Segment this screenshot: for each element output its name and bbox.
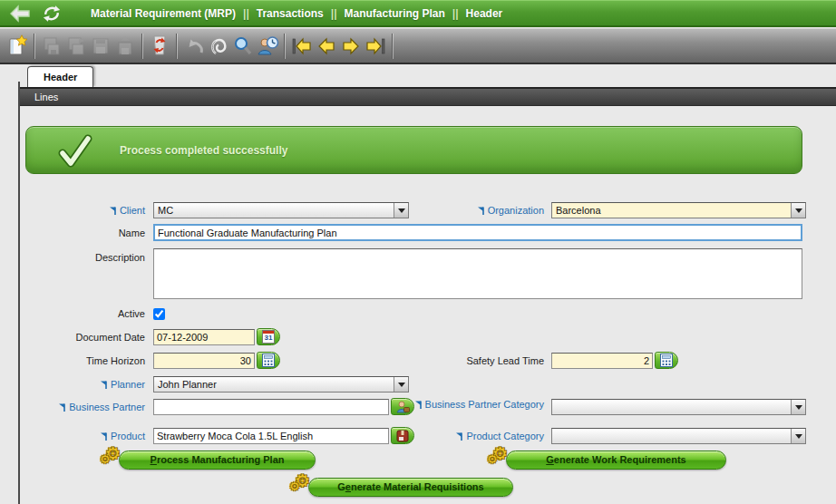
calendar-icon[interactable]: 31	[257, 328, 280, 345]
save-and-new-icon	[39, 34, 63, 59]
active-checkbox[interactable]	[153, 308, 165, 320]
product-category-label[interactable]: Product Category	[392, 428, 544, 444]
generate-work-requirements-button[interactable]: ⚙⚙ Generate Work Requirements	[506, 451, 726, 470]
active-label: Active	[18, 305, 145, 322]
link-icon	[415, 400, 423, 412]
document-date-label: Document Date	[18, 329, 145, 345]
previous-record-icon[interactable]	[314, 34, 338, 59]
link-icon	[101, 429, 108, 445]
save-and-next-icon	[63, 34, 88, 59]
time-horizon-label: Time Horizon	[18, 353, 145, 369]
client-select[interactable]: MC	[153, 202, 409, 218]
refresh-icon[interactable]	[40, 3, 63, 24]
product-label-text: Product	[111, 431, 145, 441]
next-record-icon[interactable]	[338, 34, 363, 59]
organization-value: Barcelona	[552, 203, 791, 218]
toolbar-separator	[284, 34, 285, 59]
toolbar-separator	[141, 34, 142, 59]
link-icon	[478, 203, 485, 219]
product-category-select[interactable]	[551, 428, 806, 444]
product-input[interactable]	[153, 428, 389, 444]
back-icon[interactable]	[8, 3, 32, 24]
undo-icon	[181, 34, 206, 59]
tab-header-label: Header	[44, 72, 77, 82]
organization-select[interactable]: Barcelona	[551, 202, 806, 218]
calculator-icon[interactable]	[655, 352, 678, 369]
chevron-down-icon[interactable]	[791, 429, 805, 443]
planner-value: John Planner	[154, 377, 394, 392]
name-input[interactable]	[153, 224, 802, 241]
document-date-input[interactable]	[153, 329, 255, 345]
tab-header[interactable]: Header	[27, 66, 93, 87]
business-partner-category-label[interactable]: Business Partner Category	[392, 399, 544, 411]
success-message-box: Process completed successfully	[25, 126, 802, 174]
attachment-icon[interactable]	[206, 34, 230, 59]
breadcrumb-window: Material Requirement (MRP)	[91, 7, 236, 20]
generate-material-requisitions-button[interactable]: ⚙⚙ Generate Material Requisitions	[308, 478, 513, 497]
new-record-icon[interactable]	[5, 34, 29, 59]
planner-label-text: Planner	[111, 379, 145, 390]
chevron-down-icon[interactable]	[791, 400, 805, 414]
process-manufacturing-plan-button[interactable]: ⚙⚙ Process Manufacturing Plan	[119, 451, 316, 470]
link-icon	[59, 400, 66, 416]
description-label: Description	[18, 249, 145, 266]
mrp-manufacturing-plan-page: Material Requirement (MRP) || Transactio…	[0, 0, 836, 504]
breadcrumb-module: Transactions	[257, 7, 324, 20]
planner-select[interactable]: John Planner	[153, 376, 409, 393]
name-label: Name	[18, 225, 145, 241]
breadcrumb: Material Requirement (MRP) || Transactio…	[91, 7, 502, 20]
calendar-day-label: 31	[262, 330, 275, 344]
last-record-icon[interactable]	[363, 34, 387, 59]
client-value: MC	[154, 203, 394, 218]
business-partner-category-label-text: Business Partner Category	[425, 399, 544, 410]
checkmark-icon	[55, 133, 95, 171]
save-and-close-icon	[112, 34, 137, 59]
safety-lead-time-label: Safety Lead Time	[392, 353, 544, 369]
tab-lines-label: Lines	[34, 92, 58, 102]
description-textarea[interactable]	[153, 248, 802, 299]
gears-icon: ⚙⚙	[492, 445, 508, 462]
product-category-value	[552, 429, 791, 443]
client-label-text: Client	[120, 205, 145, 216]
audit-trail-icon[interactable]	[255, 34, 279, 59]
breadcrumb-separator: ||	[331, 7, 337, 20]
toolbar-separator	[176, 34, 177, 59]
toolbar-separator	[392, 34, 393, 59]
link-icon	[110, 203, 117, 219]
product-category-label-text: Product Category	[466, 431, 544, 441]
business-partner-category-value	[552, 400, 791, 414]
link-icon	[101, 377, 108, 393]
gears-icon: ⚙⚙	[295, 472, 310, 489]
time-horizon-input[interactable]	[153, 353, 255, 369]
breadcrumb-menu: Manufacturing Plan	[345, 7, 445, 20]
delete-icon[interactable]	[147, 34, 171, 59]
breadcrumb-separator: ||	[243, 7, 249, 20]
business-partner-label-text: Business Partner	[69, 402, 145, 412]
calculator-icon[interactable]	[257, 352, 280, 369]
gears-icon: ⚙⚙	[105, 445, 121, 462]
toolbar-separator	[34, 34, 34, 59]
titlebar: Material Requirement (MRP) || Transactio…	[0, 0, 836, 27]
save-icon	[88, 34, 112, 59]
link-icon	[456, 429, 463, 445]
tab-lines[interactable]: Lines	[20, 87, 836, 106]
success-message-text: Process completed successfully	[120, 144, 287, 157]
chevron-down-icon[interactable]	[791, 203, 805, 218]
organization-label[interactable]: Organization	[392, 202, 544, 218]
client-label[interactable]: Client	[18, 202, 145, 218]
business-partner-category-select[interactable]	[551, 399, 806, 415]
planner-label[interactable]: Planner	[18, 376, 145, 393]
breadcrumb-tab: Header	[466, 7, 503, 20]
toolbar	[0, 28, 836, 64]
organization-label-text: Organization	[488, 205, 544, 216]
breadcrumb-separator: ||	[452, 7, 459, 20]
safety-lead-time-input[interactable]	[551, 353, 653, 369]
business-partner-label[interactable]: Business Partner	[18, 399, 145, 415]
chevron-down-icon[interactable]	[394, 377, 408, 392]
search-icon[interactable]	[230, 34, 255, 59]
first-record-icon[interactable]	[289, 34, 314, 59]
business-partner-input[interactable]	[153, 399, 389, 415]
product-label[interactable]: Product	[18, 428, 145, 444]
